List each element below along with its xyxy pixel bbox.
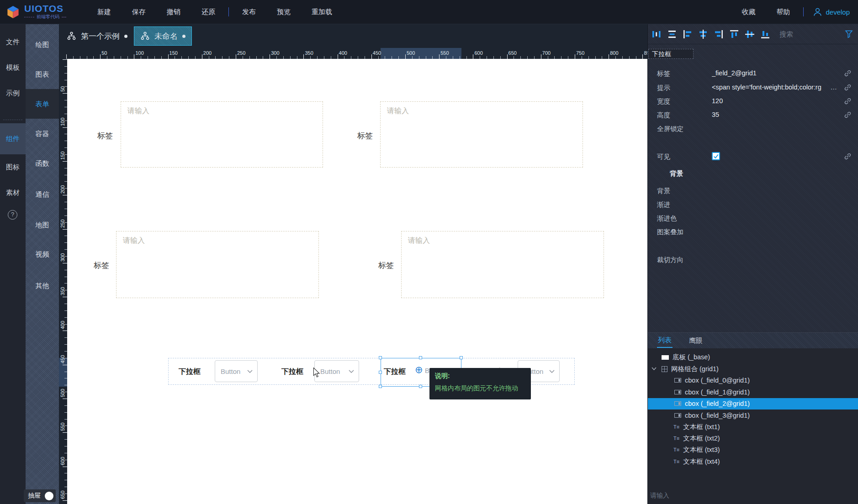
sidebar-item-examples[interactable]: 示例 [0, 89, 26, 98]
textarea-label: 标签 [94, 260, 109, 271]
textarea-input[interactable]: 请输入 [116, 231, 319, 298]
property-value[interactable]: 35 [712, 111, 719, 118]
help-circle-icon[interactable]: ? [8, 210, 17, 220]
tree-row-cbox[interactable]: cbox (_field_1@grid1) [648, 386, 858, 398]
tree-row-base[interactable]: 底板 (_base) [648, 352, 858, 363]
topbar-right: 收藏 帮助 develop [731, 7, 858, 17]
tree-row-textbox[interactable]: T≡ 文本框 (txt2) [648, 433, 858, 444]
link-icon[interactable] [844, 84, 852, 91]
user-icon [813, 7, 822, 17]
tree-row-textbox[interactable]: T≡ 文本框 (txt1) [648, 421, 858, 432]
align-top-icon[interactable] [729, 29, 739, 39]
category-functions[interactable]: 函数 [26, 148, 59, 178]
category-other[interactable]: 其他 [26, 271, 59, 300]
textarea-placeholder: 请输入 [123, 236, 145, 246]
filter-icon[interactable] [844, 30, 853, 39]
more-ellipsis[interactable]: … [831, 84, 837, 91]
align-left-icon[interactable] [683, 29, 693, 39]
category-charts[interactable]: 图表 [26, 59, 59, 89]
selection-handle[interactable] [460, 356, 463, 359]
mouse-cursor-icon [312, 368, 321, 378]
menu-new[interactable]: 新建 [87, 8, 122, 16]
textbox-icon: T≡ [673, 425, 679, 430]
top-bar: UIOTOS 前端零代码 新建 保存 撤销 还原 发布 预览 重加载 收藏 帮助… [0, 0, 858, 24]
align-center-vertical-icon[interactable] [745, 29, 755, 39]
tree-filter-input[interactable] [648, 491, 847, 499]
chevron-down-icon[interactable] [651, 367, 657, 371]
align-bottom-icon[interactable] [760, 29, 770, 39]
design-canvas[interactable]: 标签 请输入 标签 请输入 标签 请输入 标签 请输入 下拉框 Button 下… [67, 59, 647, 504]
menu-redo[interactable]: 还原 [191, 8, 226, 16]
property-value[interactable]: 120 [712, 97, 723, 105]
category-containers[interactable]: 容器 [26, 119, 59, 148]
outline-tabs: 列表 鹰眼 [648, 333, 858, 348]
textbox-icon: T≡ [673, 436, 679, 441]
sidebar-item-files[interactable]: 文件 [0, 37, 26, 47]
tree-row-grid-group[interactable]: 网格组合 (grid1) [648, 363, 858, 374]
link-icon[interactable] [844, 111, 852, 119]
selection-handle[interactable] [379, 356, 382, 359]
search-input[interactable] [779, 30, 838, 38]
link-icon[interactable] [844, 69, 852, 77]
selection-handle[interactable] [419, 385, 422, 388]
property-row-gradient-color: 渐进色 [648, 213, 858, 224]
drag-restriction-tooltip: 说明: 网格内布局的图元不允许拖动 [429, 368, 531, 399]
selected-component-title: 下拉框 [648, 49, 694, 59]
logo-dash [24, 17, 34, 17]
drawer-toggle[interactable]: 抽屉 [24, 489, 56, 502]
sidebar-item-assets[interactable]: 素材 [0, 188, 26, 197]
property-row-label: 标签 _field_2@grid1 [648, 68, 858, 79]
textarea-input[interactable]: 请输入 [121, 101, 323, 168]
selection-handle[interactable] [379, 385, 382, 388]
menu-reload[interactable]: 重加载 [301, 8, 343, 16]
menu-preview[interactable]: 预览 [266, 8, 301, 16]
category-video[interactable]: 视频 [26, 239, 59, 269]
tab-untitled[interactable]: 未命名 [134, 26, 192, 46]
menu-divider [803, 7, 804, 16]
tab-list[interactable]: 列表 [657, 334, 673, 348]
combobox-icon [674, 390, 681, 394]
textarea-input[interactable]: 请输入 [380, 101, 583, 168]
tree-row-cbox[interactable]: cbox (_field_3@grid1) [648, 410, 858, 421]
property-value[interactable]: <span style='font-weight:bold;color:rg [712, 84, 821, 91]
textarea-input[interactable]: 请输入 [401, 231, 604, 298]
menu-save[interactable]: 保存 [122, 8, 156, 16]
drawer-knob[interactable] [45, 492, 53, 500]
distribute-horizontal-icon[interactable] [651, 29, 662, 39]
tree-filter [648, 491, 858, 503]
link-icon[interactable] [844, 152, 852, 160]
selection-handle[interactable] [379, 371, 382, 374]
tree-row-textbox[interactable]: T≡ 文本框 (txt3) [648, 444, 858, 456]
selection-handle[interactable] [419, 356, 422, 359]
grid-icon [662, 366, 667, 372]
menu-help[interactable]: 帮助 [766, 8, 800, 16]
tab-first-example[interactable]: 第一个示例 [60, 26, 134, 46]
category-drawing[interactable]: 绘图 [26, 30, 59, 59]
tab-eagle-eye[interactable]: 鹰眼 [688, 334, 704, 347]
category-forms[interactable]: 表单 [26, 89, 59, 119]
distribute-vertical-icon[interactable] [667, 29, 677, 39]
align-center-horizontal-icon[interactable] [698, 29, 708, 39]
modified-dot [182, 35, 185, 38]
tree-row-textbox[interactable]: T≡ 文本框 (txt4) [648, 456, 858, 467]
menu-favorites[interactable]: 收藏 [731, 8, 766, 16]
sidebar-item-icons[interactable]: 图标 [0, 163, 26, 172]
menu-publish[interactable]: 发布 [232, 8, 266, 16]
property-value[interactable]: _field_2@grid1 [712, 69, 757, 77]
user-name: develop [826, 8, 850, 16]
tree-row-cbox-selected[interactable]: cbox (_field_2@grid1) [648, 398, 858, 410]
dropdown-select[interactable]: Button [215, 360, 258, 382]
sidebar-item-components[interactable]: 组件 [0, 134, 26, 143]
tree-row-cbox[interactable]: cbox (_field_0@grid1) [648, 375, 858, 386]
user-account[interactable]: develop [806, 7, 850, 17]
property-row-visible: 可见 [648, 151, 858, 162]
logo-dash [62, 17, 66, 17]
menu-undo[interactable]: 撤销 [156, 8, 191, 16]
category-communication[interactable]: 通信 [26, 179, 59, 209]
align-right-icon[interactable] [714, 29, 724, 39]
ruler-selection-band [381, 48, 461, 59]
visible-checkbox[interactable] [712, 152, 720, 160]
link-icon[interactable] [844, 97, 852, 105]
category-maps[interactable]: 地图 [26, 210, 59, 240]
sidebar-item-templates[interactable]: 模板 [0, 63, 26, 72]
